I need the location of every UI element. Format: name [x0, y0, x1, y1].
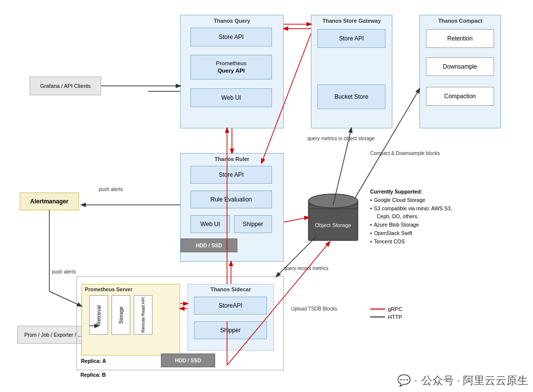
footer-icon: 💬: [397, 374, 411, 387]
compact-downsample-label: Compact & Downsample blocks: [370, 151, 440, 156]
store-gateway-bucket-store: Bucket Store: [317, 84, 385, 109]
svg-point-1: [308, 194, 358, 208]
thanos-query-section: Thanos Query Store API PrometheusQuery A…: [180, 15, 284, 128]
legend: gRPC HTTP: [370, 306, 402, 322]
svg-text:Object Storage: Object Storage: [315, 222, 351, 228]
query-recent-label: query recent metrics: [284, 266, 329, 271]
http-line: [370, 316, 385, 317]
thanos-store-gateway-section: Thanos Store Gateway Store API Bucket St…: [311, 15, 392, 128]
ruler-rule-evaluation: Rule Evaluation: [190, 191, 272, 208]
http-label: HTTP: [388, 314, 402, 320]
legend-grpc: gRPC: [370, 306, 402, 312]
supported-list: •Google Cloud Storage •S3 compatible via…: [370, 196, 452, 246]
diagram-container: Thanos Query Store API PrometheusQuery A…: [0, 0, 533, 392]
thanos-query-query-api: PrometheusQuery API: [190, 55, 272, 79]
object-storage: Object Storage: [306, 190, 360, 246]
ruler-hdd-ssd: HDD / SSD: [181, 238, 237, 252]
grpc-line: [370, 309, 385, 310]
push-alerts-top-label: push alerts: [99, 187, 123, 192]
thanos-store-gateway-label: Thanos Store Gateway: [322, 18, 381, 24]
thanos-compact-section: Thanos Compact Retention Downsample Comp…: [419, 15, 501, 128]
compact-downsample: Downsample: [426, 57, 494, 76]
prom-hdd-ssd: HDD / SSD: [161, 353, 215, 367]
thanos-query-web-ui: Web UI: [190, 88, 272, 107]
thanos-ruler-section: Thanos Ruler Store API Rule Evaluation W…: [180, 153, 284, 262]
grpc-label: gRPC: [388, 306, 402, 312]
footer: 💬 · 公众号 · 阿里云云原生: [397, 373, 528, 388]
svg-line-11: [284, 217, 308, 222]
ruler-store-api: Store API: [190, 166, 272, 184]
footer-text: 公众号 · 阿里云云原生: [421, 373, 528, 388]
legend-http: HTTP: [370, 314, 402, 320]
store-gateway-store-api: Store API: [317, 29, 385, 48]
thanos-query-store-api: Store API: [190, 28, 272, 46]
compact-retention: Retention: [426, 29, 494, 48]
footer-dot: ·: [415, 374, 418, 387]
grafana-clients: Grafana / API Clients: [30, 77, 101, 95]
supported-storage: Currently Supported: •Google Cloud Stora…: [370, 188, 452, 246]
supported-title: Currently Supported:: [370, 188, 452, 196]
thanos-query-label: Thanos Query: [214, 18, 250, 24]
ruler-shipper: Shipper: [234, 215, 272, 233]
ruler-web-ui: Web UI: [190, 215, 230, 233]
compact-compaction: Compaction: [426, 87, 494, 106]
upload-tsdb-label: Upload TSDB Blocks: [291, 306, 337, 312]
replica-a-label: Replica: A: [81, 358, 106, 364]
query-metrics-label: query metrics in object storage: [307, 136, 375, 141]
thanos-ruler-label: Thanos Ruler: [215, 156, 249, 162]
push-alerts-bottom-label: push alerts: [52, 269, 76, 274]
alertmanager: Alertmanager: [20, 193, 79, 210]
thanos-compact-label: Thanos Compact: [438, 18, 482, 24]
replica-b-label: Replica: B: [80, 372, 106, 378]
prom-sidecar-outer: HDD / SSD Replica: A: [76, 276, 284, 370]
